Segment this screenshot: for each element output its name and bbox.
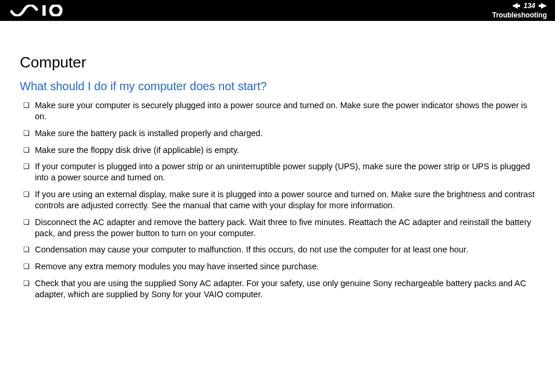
content-area: Computer What should I do if my computer…: [0, 21, 555, 300]
list-item: ❑If your computer is plugged into a powe…: [22, 161, 535, 183]
list-item-text: Condensation may cause your computer to …: [35, 244, 535, 255]
list-item-text: Check that you are using the supplied So…: [35, 278, 535, 300]
list-item: ❑Make sure your computer is securely plu…: [22, 100, 535, 122]
header-bar: 134 Troubleshooting: [0, 0, 555, 21]
svg-marker-3: [539, 3, 547, 9]
bullet-icon: ❑: [22, 189, 35, 199]
bullet-icon: ❑: [22, 278, 35, 288]
header-right: 134 Troubleshooting: [492, 2, 547, 19]
list-item-text: If you are using an external display, ma…: [35, 189, 535, 211]
list-item: ❑Make sure the floppy disk drive (if app…: [22, 145, 535, 156]
svg-rect-0: [42, 5, 46, 16]
svg-point-1: [51, 5, 61, 16]
next-page-arrow-icon[interactable]: [539, 3, 547, 9]
list-item: ❑Disconnect the AC adapter and remove th…: [22, 217, 535, 239]
list-item-text: Make sure the battery pack is installed …: [35, 128, 535, 139]
list-item-text: Make sure the floppy disk drive (if appl…: [35, 145, 535, 156]
list-item: ❑Remove any extra memory modules you may…: [22, 261, 535, 272]
bullet-icon: ❑: [22, 261, 35, 272]
list-item-text: Disconnect the AC adapter and remove the…: [35, 217, 535, 239]
list-item-text: Make sure your computer is securely plug…: [35, 100, 535, 122]
vaio-logo: [10, 5, 66, 16]
bullet-icon: ❑: [22, 145, 35, 155]
list-item-text: If your computer is plugged into a power…: [35, 161, 535, 183]
page-nav: 134: [492, 2, 547, 10]
section-label: Troubleshooting: [492, 11, 547, 19]
list-item: ❑Check that you are using the supplied S…: [22, 278, 535, 300]
svg-marker-2: [512, 3, 520, 9]
document-page: 134 Troubleshooting Computer What should…: [0, 0, 555, 392]
bullet-icon: ❑: [22, 128, 35, 138]
bullet-icon: ❑: [22, 161, 35, 172]
list-item: ❑If you are using an external display, m…: [22, 189, 535, 211]
list-item-text: Remove any extra memory modules you may …: [35, 261, 535, 272]
list-item: ❑Make sure the battery pack is installed…: [22, 128, 535, 139]
topic-question: What should I do if my computer does not…: [20, 80, 535, 93]
page-title: Computer: [20, 54, 535, 72]
bullet-icon: ❑: [22, 217, 35, 227]
page-number: 134: [524, 2, 535, 10]
bullet-icon: ❑: [22, 244, 35, 255]
vaio-logo-icon: [10, 5, 66, 16]
list-item: ❑Condensation may cause your computer to…: [22, 244, 535, 255]
troubleshoot-list: ❑Make sure your computer is securely plu…: [20, 100, 535, 300]
prev-page-arrow-icon[interactable]: [512, 3, 520, 9]
bullet-icon: ❑: [22, 100, 35, 111]
